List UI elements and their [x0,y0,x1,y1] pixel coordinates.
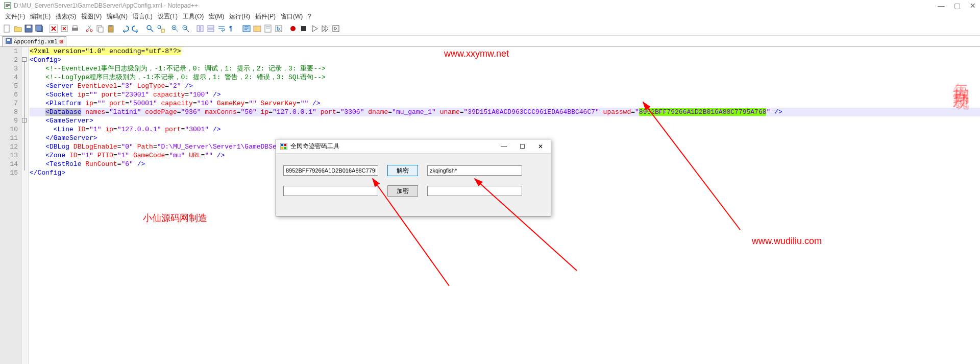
password-tool-dialog: 全民奇迹密码工具 — ☐ ✕ 解密 加密 [276,139,551,216]
function-list-icon[interactable]: fx [274,23,284,34]
svg-rect-38 [301,26,306,31]
menu-window[interactable]: 窗口(W) [279,11,305,22]
play-multi-icon[interactable] [320,23,330,34]
menu-settings[interactable]: 设置(T) [156,11,180,22]
plain-input[interactable] [283,186,378,196]
encrypt-button[interactable]: 加密 [387,185,418,197]
tab-label: AppConfig.xml [14,39,58,45]
tab-bar: AppConfig.xml ⊠ [0,36,980,47]
minimize-button[interactable]: — [938,2,945,10]
svg-rect-26 [201,26,203,32]
menu-plugins[interactable]: 插件(P) [253,11,278,22]
menu-view[interactable]: 视图(V) [79,11,104,22]
close-file-icon[interactable] [48,23,59,34]
dialog-minimize-button[interactable]: — [498,143,510,150]
save-all-icon[interactable] [34,23,44,34]
svg-rect-25 [197,26,200,32]
window-title-bar: D:\MU_Server\Server1\GameDBServer\AppCon… [0,0,980,11]
fold-toggle-icon[interactable]: - [22,57,27,62]
svg-rect-9 [36,25,42,31]
record-macro-icon[interactable] [288,23,298,34]
open-file-icon[interactable] [13,23,23,34]
watermark-text-right: 每天找到新发现 [950,70,972,84]
window-controls: — ▢ ✕ [938,2,976,10]
svg-rect-3 [6,5,10,6]
svg-point-14 [86,30,88,32]
stop-macro-icon[interactable] [299,23,309,34]
menu-file[interactable]: 文件(F) [3,11,27,22]
svg-rect-13 [73,26,77,28]
print-icon[interactable] [70,23,80,34]
svg-rect-34 [266,28,270,29]
sync-h-icon[interactable] [206,23,216,34]
decrypted-output[interactable] [427,165,522,176]
encrypted-output[interactable] [427,186,522,196]
close-button[interactable]: ✕ [970,2,976,10]
wrap-icon[interactable] [216,23,227,34]
menu-search[interactable]: 搜索(S) [54,11,78,22]
close-all-icon[interactable] [59,23,69,34]
notepadpp-icon [4,2,11,9]
copy-icon[interactable] [95,23,105,34]
svg-rect-44 [284,144,286,146]
menu-language[interactable]: 语言(L) [131,11,155,22]
menu-tools[interactable]: 工具(O) [181,11,206,22]
menu-run[interactable]: 运行(R) [227,11,252,22]
replace-icon[interactable] [156,23,166,34]
zoom-in-icon[interactable] [170,23,180,34]
tab-file-icon [6,38,12,45]
undo-icon[interactable] [120,23,130,34]
svg-rect-7 [27,26,31,28]
new-file-icon[interactable] [2,23,12,34]
svg-rect-33 [266,26,270,27]
watermark-text-left: 小仙源码网制造 [143,212,207,224]
cut-icon[interactable] [84,23,94,34]
svg-rect-17 [99,27,103,32]
svg-rect-2 [6,4,10,5]
svg-rect-5 [4,25,9,32]
zoom-out-icon[interactable] [181,23,191,34]
menu-bar: 文件(F) 编辑(E) 搜索(S) 视图(V) 编码(N) 语言(L) 设置(T… [0,11,980,21]
tab-close-icon[interactable]: ⊠ [60,38,63,45]
svg-point-15 [90,30,92,32]
save-macro-icon[interactable] [331,23,341,34]
svg-point-37 [290,26,296,31]
svg-point-20 [147,26,151,30]
svg-rect-4 [6,6,8,7]
svg-rect-28 [208,29,214,32]
dialog-icon [280,143,287,150]
play-macro-icon[interactable] [309,23,320,34]
folder-as-workspace-icon[interactable] [252,23,262,34]
svg-rect-39 [333,26,339,32]
menu-edit[interactable]: 编辑(E) [28,11,53,22]
menu-help[interactable]: ? [306,12,313,21]
svg-rect-41 [7,39,10,41]
doc-map-icon[interactable] [263,23,273,34]
paste-icon[interactable] [106,23,116,34]
svg-text:¶: ¶ [229,25,232,32]
toolbar: ¶ fx [0,21,980,36]
fold-gutter: - - [21,47,29,364]
svg-rect-45 [281,147,283,149]
menu-macro[interactable]: 宏(M) [207,11,226,22]
find-icon[interactable] [145,23,155,34]
watermark-url-top: www.xxymw.net [444,48,509,59]
dialog-close-button[interactable]: ✕ [534,143,547,150]
sync-v-icon[interactable] [195,23,205,34]
menu-encoding[interactable]: 编码(N) [105,11,130,22]
redo-icon[interactable] [131,23,141,34]
svg-rect-22 [161,29,164,32]
svg-rect-46 [284,147,286,149]
hidden-chars-icon[interactable]: ¶ [227,23,237,34]
decrypt-button[interactable]: 解密 [387,165,418,176]
tab-appconfig[interactable]: AppConfig.xml ⊠ [2,36,66,46]
dialog-maximize-button[interactable]: ☐ [516,143,528,150]
fold-toggle-icon[interactable]: - [22,118,27,123]
save-icon[interactable] [23,23,34,34]
indent-guide-icon[interactable] [241,23,252,34]
svg-rect-43 [281,144,283,146]
dialog-title-bar[interactable]: 全民奇迹密码工具 — ☐ ✕ [276,139,551,154]
maximize-button[interactable]: ▢ [954,2,961,10]
svg-rect-27 [208,26,214,28]
encrypted-input[interactable] [283,165,378,176]
